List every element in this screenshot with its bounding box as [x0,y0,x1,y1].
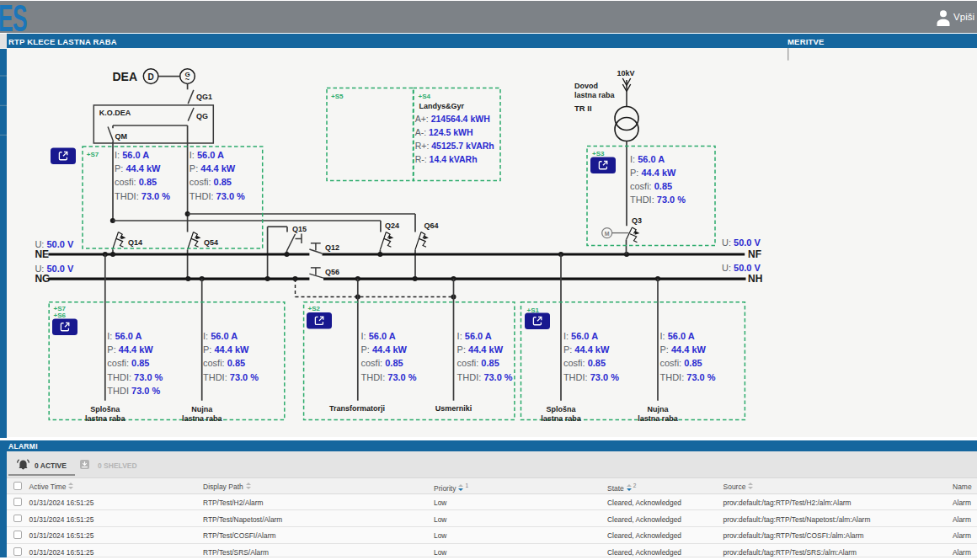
svg-text:I: 56.0 A: I: 56.0 A [630,153,665,163]
svg-text:Q15: Q15 [292,224,307,232]
svg-text:Splošna: Splošna [90,405,120,413]
svg-text:THDI: 73.0 %: THDI: 73.0 % [457,371,513,381]
svg-text:lastna raba: lastna raba [574,91,616,99]
svg-text:Q12: Q12 [325,243,339,251]
svg-text:cosfi: 0.85: cosfi: 0.85 [107,358,149,368]
svg-text:Transformatorji: Transformatorji [329,404,385,413]
svg-text:U: 50.0 V: U: 50.0 V [35,238,74,248]
svg-text:Q14: Q14 [128,238,142,247]
svg-text:cosfi: 0.85: cosfi: 0.85 [563,358,606,368]
svg-text:cosfi: 0.85: cosfi: 0.85 [115,177,157,187]
svg-text:M: M [605,231,610,237]
svg-text:cosfi: 0.85: cosfi: 0.85 [660,358,702,368]
svg-text:10kV: 10kV [617,68,634,77]
svg-text:K.O.DEA: K.O.DEA [99,109,131,117]
svg-text:NH: NH [748,273,762,285]
svg-text:P: 44.4 kW: P: 44.4 kW [115,163,161,173]
svg-text:A+: 214564.4 kWH: A+: 214564.4 kWH [415,113,490,123]
svg-text:+S5: +S5 [331,93,344,100]
svg-text:I: 56.0 A: I: 56.0 A [361,330,396,340]
svg-text:I: 56.0 A: I: 56.0 A [107,330,141,340]
svg-text:I: 56.0 A: I: 56.0 A [115,149,149,159]
svg-text:Q54: Q54 [204,238,218,247]
svg-text:Usmerniki: Usmerniki [435,404,472,413]
svg-text:THDI: 73.0 %: THDI: 73.0 % [630,195,686,205]
svg-text:lastna raba: lastna raba [182,414,223,423]
svg-text:THDI: 73.0 %: THDI: 73.0 % [115,190,170,200]
svg-text:I: 56.0 A: I: 56.0 A [457,330,492,340]
svg-text:THDI: 73.0 %: THDI: 73.0 % [190,190,245,200]
svg-text:QG: QG [196,112,208,120]
svg-text:THDI: 73.0 %: THDI: 73.0 % [107,371,163,381]
svg-text:~: ~ [185,75,190,83]
svg-text:lastna raba: lastna raba [638,414,679,423]
svg-text:Q3: Q3 [632,216,642,224]
svg-text:Landys&Gyr: Landys&Gyr [419,102,465,110]
svg-text:U: 50.0 V: U: 50.0 V [722,237,761,247]
svg-text:cosfi: 0.85: cosfi: 0.85 [457,358,499,368]
svg-text:Dovod: Dovod [574,81,598,89]
svg-text:A-: 124.5 kWH: A-: 124.5 kWH [415,126,473,136]
svg-text:Q24: Q24 [385,221,399,229]
svg-text:P: 44.4 kW: P: 44.4 kW [563,344,610,355]
svg-text:+S3: +S3 [592,149,605,157]
svg-text:cosfi: 0.85: cosfi: 0.85 [203,358,245,368]
svg-text:R+: 45125.7 kVARh: R+: 45125.7 kVARh [415,141,494,151]
svg-text:I: 56.0 A: I: 56.0 A [190,149,224,159]
svg-text:R-: 14.4 kVARh: R-: 14.4 kVARh [415,154,478,164]
svg-text:+S4: +S4 [419,93,431,100]
svg-text:D: D [147,72,153,81]
svg-text:P: 44.4 kW: P: 44.4 kW [457,344,504,355]
svg-text:THDI: 73.0 %: THDI: 73.0 % [361,371,417,381]
svg-text:+S7: +S7 [54,304,67,312]
svg-text:I: 56.0 A: I: 56.0 A [660,330,695,340]
svg-text:P: 44.4 kW: P: 44.4 kW [190,163,236,173]
svg-text:THDI: 73.0 %: THDI: 73.0 % [563,371,619,381]
svg-text:THDI: 73.0 %: THDI: 73.0 % [203,371,259,381]
svg-text:P: 44.4 kW: P: 44.4 kW [107,344,153,355]
svg-text:Nujna: Nujna [191,405,213,413]
svg-text:lastna raba: lastna raba [541,414,582,423]
svg-text:P: 44.4 kW: P: 44.4 kW [660,344,707,355]
svg-text:THDI: 73.0 %: THDI: 73.0 % [660,371,716,381]
svg-text:NE: NE [35,248,49,260]
svg-text:U: 50.0 V: U: 50.0 V [722,262,761,272]
svg-text:Q56: Q56 [325,267,339,275]
svg-text:QM: QM [115,131,128,140]
svg-text:P: 44.4 kW: P: 44.4 kW [361,344,408,355]
svg-text:cosfi: 0.85: cosfi: 0.85 [361,358,403,368]
svg-text:U: 50.0 V: U: 50.0 V [35,263,74,273]
svg-text:Q64: Q64 [424,221,438,229]
svg-text:THDI 73.0 %: THDI 73.0 % [107,385,160,395]
svg-text:+S7: +S7 [87,150,99,157]
svg-text:+S2: +S2 [308,304,321,312]
svg-text:I: 56.0 A: I: 56.0 A [203,330,238,340]
svg-text:Nujna: Nujna [647,405,669,413]
svg-text:lastna raba: lastna raba [85,414,126,423]
svg-text:cosfi: 0.85: cosfi: 0.85 [190,177,232,187]
svg-text:cosfi: 0.85: cosfi: 0.85 [630,181,672,191]
svg-text:NG: NG [35,273,50,285]
svg-text:NF: NF [748,248,761,260]
svg-text:I: 56.0 A: I: 56.0 A [563,330,598,340]
svg-text:DEA: DEA [112,70,137,83]
svg-text:QG1: QG1 [196,93,212,101]
svg-text:TR II: TR II [574,104,592,113]
svg-text:P: 44.4 kW: P: 44.4 kW [203,344,249,355]
svg-text:+S6: +S6 [54,312,67,319]
svg-text:P: 44.4 kW: P: 44.4 kW [630,167,676,177]
svg-text:Splošna: Splošna [546,405,576,413]
